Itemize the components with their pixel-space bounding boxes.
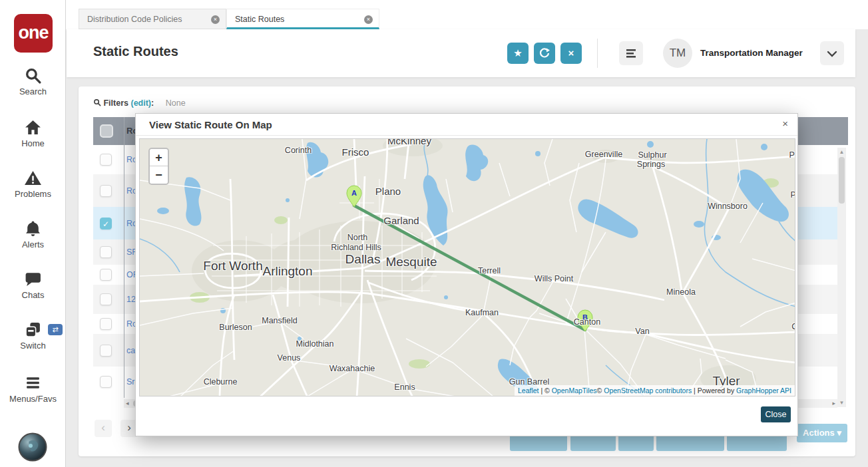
home-icon — [24, 118, 42, 136]
view-static-route-modal: View Static Route On Map × — [135, 113, 798, 436]
warning-icon — [24, 169, 42, 187]
zoom-in-button[interactable]: + — [150, 149, 168, 166]
user-avatar[interactable]: TM — [663, 39, 692, 68]
openmaptiles-link[interactable]: OpenMapTiles — [552, 387, 597, 394]
user-menu-button[interactable] — [820, 41, 844, 65]
sidebar-item-alerts[interactable]: Alerts — [0, 220, 66, 249]
sidebar-label: Search — [0, 86, 66, 96]
scroll-down-icon[interactable]: ▼ — [837, 400, 846, 406]
row-checkbox[interactable]: ✓ — [100, 218, 112, 230]
scroll-up-icon[interactable]: ▲ — [837, 149, 846, 155]
attribution-text: © — [597, 387, 604, 394]
tab-label: Static Routes — [235, 15, 284, 24]
bell-icon — [24, 220, 42, 237]
sidebar-item-search[interactable]: Search — [0, 67, 66, 96]
scrollbar-thumb[interactable] — [839, 157, 845, 204]
graphhopper-link[interactable]: GraphHopper API — [736, 387, 791, 394]
attribution-text: | Powered by — [692, 387, 736, 394]
star-icon: ★ — [513, 47, 522, 59]
row-checkbox[interactable] — [100, 376, 112, 388]
map-tiles: AB — [140, 139, 795, 396]
chevron-down-icon — [825, 47, 839, 61]
select-all-checkbox[interactable] — [100, 124, 113, 138]
pagination-prev-button[interactable]: ‹ — [95, 420, 112, 437]
filters-label: Filters — [103, 98, 128, 108]
switch-icon — [24, 321, 42, 339]
row-checkbox[interactable] — [100, 185, 112, 197]
refresh-icon — [539, 47, 550, 59]
search-icon — [24, 67, 42, 84]
row-checkbox[interactable] — [100, 318, 112, 330]
actions-dropdown-button[interactable]: Actions ▾ — [797, 424, 847, 442]
sidebar-item-menus-favs[interactable]: Menus/Favs — [0, 374, 66, 404]
app-logo[interactable]: one — [14, 14, 53, 53]
sidebar-label: Home — [0, 138, 66, 148]
sidebar-label: Problems — [0, 189, 66, 199]
chat-icon — [24, 270, 42, 288]
scroll-right-icon[interactable]: ▸ — [832, 399, 835, 408]
modal-title: View Static Route On Map — [149, 114, 272, 136]
tab-close-icon[interactable]: × — [211, 15, 220, 24]
filters-edit-link[interactable]: (edit) — [130, 98, 151, 108]
sidebar-item-problems[interactable]: Problems — [0, 169, 66, 199]
leaflet-link[interactable]: Leaflet — [518, 387, 539, 394]
row-checkbox[interactable] — [100, 246, 112, 258]
tab-distribution-code-policies[interactable]: Distribution Code Policies × — [79, 9, 226, 29]
route-marker-label: B — [582, 313, 588, 321]
row-checkbox[interactable] — [100, 345, 112, 357]
sidebar: one Search Home Problems Alerts Cha — [0, 0, 66, 467]
sidebar-label: Switch — [0, 341, 66, 351]
page-header: Static Routes ★ × TM Transportation Mana… — [67, 29, 855, 77]
map-zoom-control: + − — [148, 148, 169, 185]
vertical-scrollbar[interactable]: ▲ ▼ — [837, 148, 846, 407]
sidebar-label: Alerts — [0, 239, 66, 249]
attribution-text: | © — [539, 387, 551, 394]
modal-close-icon[interactable]: × — [782, 118, 788, 129]
map-attribution: Leaflet | © OpenMapTiles© OpenStreetMap … — [515, 385, 795, 396]
close-page-button[interactable]: × — [560, 43, 582, 64]
column-divider — [124, 117, 124, 398]
page-title: Static Routes — [93, 44, 178, 59]
favorite-button[interactable]: ★ — [507, 43, 529, 64]
hamburger-icon — [625, 47, 637, 59]
filter-search-icon — [93, 98, 101, 106]
zoom-out-button[interactable]: − — [150, 166, 168, 184]
sidebar-item-home[interactable]: Home — [0, 118, 66, 148]
filters-value: None — [166, 98, 186, 108]
menu-bars-icon — [24, 374, 42, 392]
scroll-left-icon[interactable]: ◂ — [126, 399, 129, 408]
sidebar-item-chats[interactable]: Chats — [0, 270, 66, 300]
tab-label: Distribution Code Policies — [87, 15, 182, 24]
osm-link[interactable]: OpenStreetMap contributors — [604, 387, 692, 394]
user-name: Transportation Manager — [700, 48, 803, 58]
filters-colon: : — [151, 98, 154, 108]
filters-row: Filters (edit): None — [93, 98, 186, 108]
menu-button[interactable] — [619, 41, 643, 65]
refresh-button[interactable] — [534, 43, 555, 64]
map-canvas[interactable]: AB McKinneyCorinthFriscoGreenvilleSulphu… — [139, 138, 795, 396]
tab-close-icon[interactable]: × — [364, 15, 373, 24]
tab-static-routes[interactable]: Static Routes × — [226, 9, 379, 29]
sidebar-label: Chats — [0, 290, 66, 300]
close-icon: × — [568, 47, 574, 59]
row-checkbox[interactable] — [100, 154, 112, 166]
switch-badge-icon[interactable]: ⇄ — [48, 324, 63, 335]
modal-close-button[interactable]: Close — [761, 406, 791, 422]
row-checkbox[interactable] — [100, 293, 112, 305]
route-marker-label: A — [351, 189, 357, 197]
row-checkbox[interactable] — [100, 269, 112, 281]
sidebar-label: Menus/Favs — [0, 394, 66, 404]
header-divider — [597, 39, 598, 68]
assistant-avatar[interactable] — [18, 432, 47, 462]
